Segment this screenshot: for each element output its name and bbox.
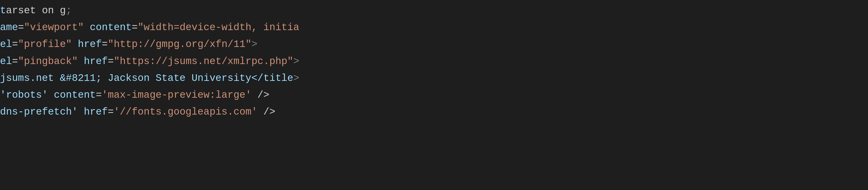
line-4-eq2: = — [108, 56, 114, 67]
line-7-sp1 — [78, 106, 84, 118]
line-7-eq1: = — [108, 106, 114, 118]
line-3-val2: "http://gmpg.org/xfn/11" — [108, 39, 251, 50]
line-6-val1: 'max-image-preview:large' — [102, 89, 251, 101]
line-6-eq1: = — [96, 89, 102, 101]
line-4-name2: href — [84, 56, 108, 67]
line-5-close: > — [293, 73, 299, 84]
code-line-1: tarset on g; — [0, 2, 868, 19]
line-7-val1: '//fonts.googleapis.com' — [114, 106, 257, 118]
code-line-6: 'robots' content='max-image-preview:larg… — [0, 87, 868, 104]
line-6-sp1 — [48, 89, 54, 101]
code-line-2: ame="viewport" content="width=device-wid… — [0, 19, 868, 36]
line-4-eq1: = — [12, 56, 18, 67]
line-3-eq1: = — [12, 39, 18, 50]
line-2-eq1: = — [18, 22, 24, 33]
code-line-3: el="profile" href="http://gmpg.org/xfn/1… — [0, 36, 868, 53]
line-2-val2: "width=device-width, initia — [138, 22, 300, 33]
line-7-content: dns-prefetch' href='//fonts.googleapis.c… — [0, 104, 868, 120]
line-3-sp1 — [72, 39, 78, 50]
line-1-seg2: arset on g — [6, 5, 66, 16]
line-6-close: /> — [251, 89, 270, 101]
line-2-eq2: = — [132, 22, 138, 33]
line-4-val2: "https://jsums.net/xmlrpc.php" — [114, 56, 293, 67]
line-3-eq2: = — [102, 39, 108, 50]
code-line-4: el="pingback" href="https://jsums.net/xm… — [0, 53, 868, 70]
line-5-content: jsums.net &#8211; Jackson State Universi… — [0, 70, 868, 86]
line-3-close: > — [251, 39, 257, 50]
line-6-name2: content — [54, 89, 96, 101]
line-2-val1: "viewport" — [24, 22, 84, 33]
line-2-name: ame — [0, 22, 18, 33]
code-line-5: jsums.net &#8211; Jackson State Universi… — [0, 70, 868, 87]
line-3-content: el="profile" href="http://gmpg.org/xfn/1… — [0, 37, 868, 52]
line-7-name: dns-prefetch' — [0, 106, 78, 118]
line-4-name: el — [0, 56, 12, 67]
line-3-val1: "profile" — [18, 39, 72, 50]
line-4-content: el="pingback" href="https://jsums.net/xm… — [0, 53, 868, 70]
code-line-7: dns-prefetch' href='//fonts.googleapis.c… — [0, 104, 868, 120]
line-7-close: /> — [257, 106, 276, 118]
line-4-val1: "pingback" — [18, 56, 78, 67]
line-2-name2: content — [90, 22, 131, 33]
line-1-content: tarset on g; — [0, 3, 868, 19]
line-4-close: > — [293, 56, 299, 67]
line-6-content: 'robots' content='max-image-preview:larg… — [0, 87, 868, 103]
line-2-content: ame="viewport" content="width=device-wid… — [0, 20, 868, 36]
line-4-sp1 — [78, 56, 84, 67]
line-7-name2: href — [84, 106, 108, 118]
code-viewer: tarset on g; ame="viewport" content="wid… — [0, 0, 868, 190]
line-5-text: jsums.net &#8211; Jackson State Universi… — [0, 73, 293, 84]
line-3-name2: href — [78, 39, 102, 50]
line-2-sp1 — [84, 22, 90, 33]
line-3-name: el — [0, 39, 12, 50]
line-1-seg1: t — [0, 5, 6, 16]
line-1-seg3: ; — [66, 5, 72, 16]
code-content: tarset on g; ame="viewport" content="wid… — [0, 0, 868, 123]
line-6-name: 'robots' — [0, 89, 48, 101]
